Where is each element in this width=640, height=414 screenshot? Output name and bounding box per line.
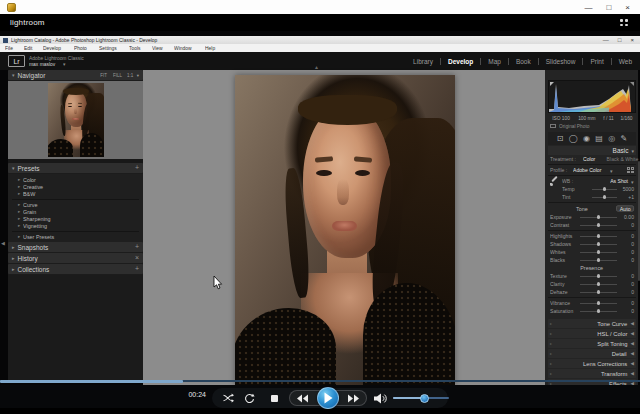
collapse-triangle-icon[interactable]: ◀: [631, 341, 634, 346]
expand-triangle-icon[interactable]: ▸: [18, 202, 20, 207]
zoom-fit[interactable]: FIT: [100, 73, 107, 78]
menu-item[interactable]: Help: [205, 46, 215, 51]
slider-thumb[interactable]: [597, 242, 601, 246]
adjustment-brush-icon[interactable]: ✎: [621, 135, 628, 143]
graduated-filter-icon[interactable]: ▤: [595, 135, 603, 143]
preset-item[interactable]: ▸ B&W: [8, 190, 143, 197]
slider-track[interactable]: [580, 225, 617, 226]
left-panel-header[interactable]: ▸ Collections +: [8, 264, 143, 274]
volume-icon[interactable]: [373, 393, 387, 404]
slider-track[interactable]: [580, 311, 617, 312]
play-icon[interactable]: [317, 387, 339, 409]
highlight-clipping-icon[interactable]: [630, 82, 634, 86]
slider-track[interactable]: [580, 292, 617, 293]
zoom-caret-icon[interactable]: ▾: [137, 72, 139, 77]
right-panel-header[interactable]: ▸ Split Toning ◀: [548, 339, 636, 348]
expand-triangle-icon[interactable]: ▸: [18, 184, 20, 189]
video-frame[interactable]: Lightroom Catalog - Adobe Photoshop Ligh…: [0, 31, 640, 408]
slider-track[interactable]: [580, 276, 617, 277]
account-name[interactable]: max maslov: [29, 61, 55, 66]
wb-select[interactable]: As Shot: [610, 178, 628, 183]
preset-item[interactable]: ▸ Color: [8, 176, 143, 183]
profile-browser-icon[interactable]: [627, 167, 634, 173]
collapse-triangle-icon[interactable]: ▸: [12, 266, 15, 272]
seek-bar-progress[interactable]: [0, 380, 183, 383]
preset-item[interactable]: ▸ Curve: [8, 201, 143, 208]
panel-action-button[interactable]: +: [135, 266, 139, 272]
expand-triangle-icon[interactable]: ▸: [18, 209, 20, 214]
zoom-ratio[interactable]: 1:1: [127, 73, 133, 78]
treatment-color-option[interactable]: Color: [583, 156, 595, 161]
left-panel-header[interactable]: ▸ History ×: [8, 253, 143, 263]
slider-thumb[interactable]: [603, 195, 607, 199]
collapse-triangle-icon[interactable]: ▾: [12, 165, 15, 171]
collapse-triangle-icon[interactable]: ▾: [631, 148, 634, 154]
presets-panel-header[interactable]: ▾ Presets +: [8, 163, 143, 173]
collapse-triangle-icon[interactable]: ◀: [631, 331, 634, 336]
collapse-triangle-icon[interactable]: ◀: [631, 361, 634, 366]
menu-item[interactable]: File: [5, 46, 13, 51]
tab-print[interactable]: Print: [590, 58, 603, 65]
chevron-down-icon[interactable]: ▾: [631, 178, 634, 184]
shuffle-icon[interactable]: [220, 393, 236, 403]
collapse-triangle-icon[interactable]: ▾: [12, 72, 15, 78]
right-panel-header[interactable]: ▸ Lens Corrections ◀: [548, 359, 636, 368]
right-panel-header[interactable]: ▸ Tone Curve ◀: [548, 319, 636, 328]
auto-tone-button[interactable]: Auto: [616, 205, 634, 211]
close-button[interactable]: ×: [625, 3, 630, 12]
expand-triangle-icon[interactable]: ▸: [18, 234, 20, 239]
treatment-bw-option[interactable]: Black & White: [606, 156, 638, 161]
tab-develop[interactable]: Develop: [448, 58, 473, 65]
slider-thumb[interactable]: [597, 250, 601, 254]
collapse-triangle-icon[interactable]: ◀: [631, 321, 634, 326]
see-more-icon[interactable]: [620, 19, 628, 26]
right-panel-header[interactable]: ▸ HSL / Color ◀: [548, 329, 636, 338]
heal-icon[interactable]: ◯: [569, 135, 578, 143]
add-preset-button[interactable]: +: [135, 165, 139, 171]
tab-map[interactable]: Map: [488, 58, 501, 65]
slider-thumb[interactable]: [597, 234, 601, 238]
menu-item[interactable]: Develop: [43, 46, 61, 51]
slider-thumb[interactable]: [597, 274, 601, 278]
crop-icon[interactable]: ⊡: [557, 135, 564, 143]
slider-thumb[interactable]: [597, 258, 601, 262]
right-panel-header[interactable]: ▸ Detail ◀: [548, 349, 636, 358]
slider-thumb[interactable]: [597, 223, 601, 227]
expand-triangle-icon[interactable]: ▸: [18, 191, 20, 196]
slider-track[interactable]: [580, 260, 617, 261]
slider-thumb[interactable]: [603, 187, 607, 191]
panel-action-button[interactable]: ×: [135, 255, 139, 261]
right-panel-header[interactable]: ▸ Transform ◀: [548, 369, 636, 378]
collapse-triangle-icon[interactable]: ▸: [12, 244, 15, 250]
menu-item[interactable]: Window: [174, 46, 192, 51]
panel-action-button[interactable]: +: [135, 244, 139, 250]
top-panel-collapse-icon[interactable]: ▴: [315, 65, 318, 69]
left-panel-header[interactable]: ▸ Snapshots +: [8, 242, 143, 252]
slider-thumb[interactable]: [597, 309, 601, 313]
expand-triangle-icon[interactable]: ▸: [18, 216, 20, 221]
menu-item[interactable]: Tools: [129, 46, 140, 51]
menu-item[interactable]: View: [152, 46, 163, 51]
preset-item[interactable]: ▸ User Presets: [8, 233, 143, 240]
repeat-icon[interactable]: [241, 393, 257, 404]
slider-track[interactable]: [580, 303, 617, 304]
minimize-button[interactable]: —: [584, 3, 592, 12]
profile-select[interactable]: Adobe Color: [573, 167, 601, 172]
tab-book[interactable]: Book: [516, 58, 531, 65]
white-balance-eyedropper-icon[interactable]: [550, 177, 558, 186]
preset-item[interactable]: ▸ Grain: [8, 208, 143, 215]
navigator-panel-header[interactable]: ▾ Navigator FIT FILL 1:1 ▾: [8, 70, 143, 80]
tab-library[interactable]: Library: [413, 58, 433, 65]
menu-item[interactable]: Edit: [24, 46, 32, 51]
menu-item[interactable]: Settings: [99, 46, 117, 51]
maximize-button[interactable]: □: [606, 3, 611, 12]
slider-track[interactable]: [592, 189, 617, 190]
preset-item[interactable]: ▸ Sharpening: [8, 215, 143, 222]
slider-thumb[interactable]: [597, 215, 601, 219]
menu-item[interactable]: Photo: [74, 46, 87, 51]
tab-slideshow[interactable]: Slideshow: [546, 58, 576, 65]
tab-web[interactable]: Web: [619, 58, 632, 65]
volume-handle[interactable]: [420, 394, 429, 403]
slider-track[interactable]: [580, 244, 617, 245]
photo[interactable]: [235, 75, 455, 385]
